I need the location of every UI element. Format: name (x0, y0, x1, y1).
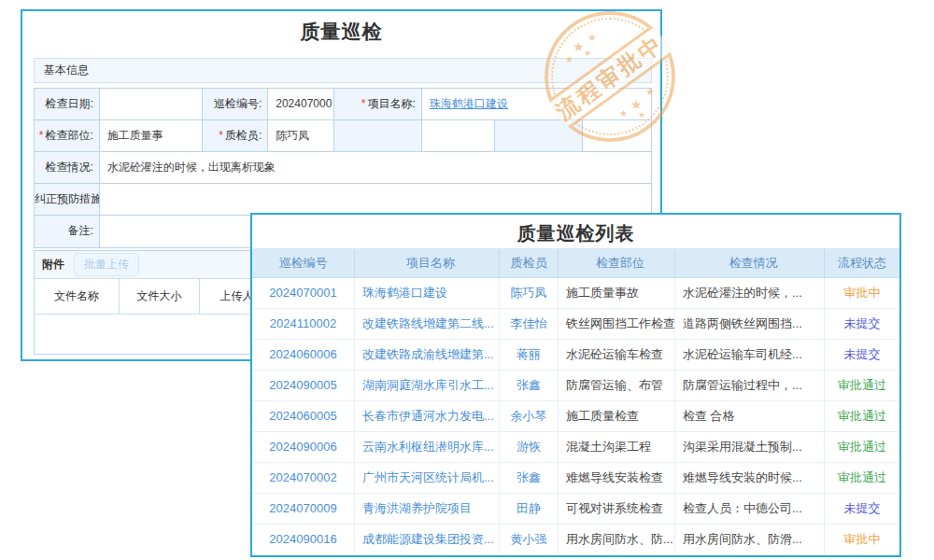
check-part-field[interactable]: 施工质量事 (100, 120, 204, 152)
corrective-measures-label: 纠正预防措施: (35, 184, 100, 216)
table-row: 2024090006云南水利枢纽潜明水库...游恢混凝土沟渠工程沟渠采用混凝土预… (252, 432, 899, 463)
cell-check-situation: 检查人员：中德公司... (675, 494, 825, 525)
attachment-column-header: 文件名称 (35, 279, 120, 315)
status-badge: 审批通过 (825, 371, 899, 401)
cell-check-part: 施工质量检查 (559, 401, 675, 432)
list-table-body: 2024070001珠海鹤港口建设陈巧凤施工质量事故水泥砼灌注的时候，...审批… (252, 278, 899, 555)
status-badge: 审批通过 (825, 432, 899, 463)
cell-inspection-no[interactable]: 2024060005 (252, 401, 355, 432)
cell-inspector[interactable]: 田静 (500, 494, 559, 525)
cell-inspection-no[interactable]: 2024070009 (252, 494, 355, 525)
column-header[interactable]: 检查部位 (559, 248, 675, 278)
approval-stamp: ★★★★★★★★ 流程审批中 (545, 11, 675, 142)
attachment-title: 附件 (42, 257, 64, 273)
cell-project-name[interactable]: 成都能源建设集团投资... (355, 525, 500, 555)
table-row: 2024060006改建铁路成渝线增建第...蒋丽水泥砼运输车检查水泥砼运输车司… (252, 340, 899, 371)
cell-inspection-no[interactable]: 2024060006 (252, 340, 355, 371)
cell-check-situation: 道路两侧铁丝网围挡... (675, 309, 825, 340)
attachment-column-header: 文件大小 (120, 279, 200, 315)
inspection-no-field[interactable]: 202407000 (268, 89, 334, 120)
page: 质量巡检 基本信息 检查日期: 巡检编号: 202407000 *项目名称: 珠… (0, 0, 934, 560)
status-badge: 未提交 (825, 494, 899, 525)
batch-upload-button[interactable]: 批量上传 (74, 253, 139, 276)
cell-inspection-no[interactable]: 2024110002 (252, 309, 355, 340)
status-badge: 审批通过 (825, 463, 899, 494)
remark-label: 备注: (35, 216, 100, 247)
cell-inspector[interactable]: 陈巧凤 (500, 278, 559, 309)
check-situation-label: 检查情况: (35, 152, 100, 184)
column-header[interactable]: 检查情况 (675, 248, 825, 278)
cell-inspector[interactable]: 张鑫 (500, 371, 559, 401)
cell-inspection-no[interactable]: 2024070001 (252, 278, 355, 309)
cell-check-situation: 水泥砼灌注的时候，... (675, 278, 825, 309)
table-row: 2024070001珠海鹤港口建设陈巧凤施工质量事故水泥砼灌注的时候，...审批… (252, 278, 899, 309)
check-date-field[interactable] (100, 89, 204, 120)
cell-project-name[interactable]: 湖南洞庭湖水库引水工... (355, 371, 500, 401)
cell-inspection-no[interactable]: 2024090006 (252, 432, 355, 463)
cell-inspector[interactable]: 余小琴 (500, 401, 559, 432)
cell-inspector[interactable]: 张鑫 (500, 463, 559, 494)
table-row: 2024060005长春市伊通河水力发电...余小琴施工质量检查检查 合格审批通… (252, 401, 899, 432)
table-row: 2024070002广州市天河区统计局机...张鑫难燃导线安装检查难燃导线安装的… (252, 463, 899, 494)
star-icon: ★ (565, 54, 573, 64)
inspection-no-label: 巡检编号: (203, 89, 268, 120)
cell-project-name[interactable]: 珠海鹤港口建设 (355, 278, 500, 309)
project-name-link[interactable]: 珠海鹤港口建设 (430, 97, 508, 110)
cell-project-name[interactable]: 改建铁路线增建第二线... (355, 309, 500, 340)
table-row: 2024090016成都能源建设集团投资...黄小强用水房间防水、防...用水房… (252, 525, 899, 555)
cell-check-part: 可视对讲系统检查 (559, 494, 675, 525)
corrective-measures-field[interactable] (100, 184, 651, 216)
stamp-circle-icon: ★★★★★★★★ 流程审批中 (545, 11, 675, 142)
star-icon: ★ (587, 32, 597, 44)
required-asterisk: * (219, 129, 223, 142)
cell-inspection-no[interactable]: 2024090016 (252, 525, 355, 555)
cell-check-part: 施工质量事故 (559, 278, 675, 309)
cell-check-part: 水泥砼运输车检查 (559, 340, 675, 371)
cell-check-part: 防腐管运输、布管 (559, 371, 675, 401)
status-badge: 审批通过 (825, 401, 899, 432)
cell-check-situation: 难燃导线安装的时候... (675, 463, 825, 494)
cell-check-situation: 用水房间防水、防滑... (675, 525, 825, 555)
required-asterisk: * (361, 97, 366, 110)
check-situation-field[interactable]: 水泥砼灌注的时候，出现离析现象 (100, 152, 651, 184)
status-badge: 未提交 (825, 340, 899, 371)
column-header[interactable]: 流程状态 (825, 248, 899, 278)
cell-check-situation: 防腐管运输过程中，... (675, 371, 825, 401)
cell-check-situation: 沟渠采用混凝土预制... (675, 432, 825, 463)
column-header[interactable]: 质检员 (500, 248, 559, 278)
cell-check-part: 用水房间防水、防... (559, 525, 675, 555)
cell-check-part: 混凝土沟渠工程 (559, 432, 675, 463)
inspector-field[interactable]: 陈巧凤 (268, 120, 334, 152)
column-header[interactable]: 巡检编号 (252, 248, 355, 278)
cell-inspection-no[interactable]: 2024070002 (252, 463, 355, 494)
cell-project-name[interactable]: 改建铁路成渝线增建第... (355, 340, 500, 371)
cell-project-name[interactable]: 广州市天河区统计局机... (355, 463, 500, 494)
cell-inspector[interactable]: 蒋丽 (500, 340, 559, 371)
star-icon: ★ (645, 86, 655, 98)
cell-project-name[interactable]: 青海洪湖养护院项目 (355, 494, 500, 525)
status-badge: 审批中 (825, 525, 899, 555)
form-row-4: 纠正预防措施: (35, 184, 651, 216)
list-title: 质量巡检列表 (252, 215, 899, 248)
project-name-label: *项目名称: (334, 89, 422, 120)
cell-project-name[interactable]: 长春市伊通河水力发电... (355, 401, 500, 432)
empty-label-cell (334, 120, 422, 152)
cell-check-part: 铁丝网围挡工作检查 (559, 309, 675, 340)
table-row: 2024090005湖南洞庭湖水库引水工...张鑫防腐管运输、布管防腐管运输过程… (252, 371, 899, 401)
cell-inspection-no[interactable]: 2024090005 (252, 371, 355, 401)
star-icon: ★ (573, 39, 585, 54)
column-header[interactable]: 项目名称 (355, 248, 500, 278)
status-badge: 审批中 (825, 278, 899, 309)
list-table-header: 巡检编号项目名称质检员检查部位检查情况流程状态 (252, 248, 899, 278)
inspection-list-panel: 质量巡检列表 巡检编号项目名称质检员检查部位检查情况流程状态 202407000… (250, 213, 901, 557)
cell-inspector[interactable]: 李佳怡 (500, 309, 559, 340)
cell-check-part: 难燃导线安装检查 (559, 463, 675, 494)
cell-inspector[interactable]: 黄小强 (500, 525, 559, 555)
cell-check-situation: 检查 合格 (675, 401, 825, 432)
table-row: 2024110002改建铁路线增建第二线...李佳怡铁丝网围挡工作检查道路两侧铁… (252, 309, 899, 340)
cell-project-name[interactable]: 云南水利枢纽潜明水库... (355, 432, 500, 463)
cell-check-situation: 水泥砼运输车司机经... (675, 340, 825, 371)
check-part-label: *检查部位: (35, 120, 100, 152)
star-icon: ★ (584, 49, 591, 58)
cell-inspector[interactable]: 游恢 (500, 432, 559, 463)
